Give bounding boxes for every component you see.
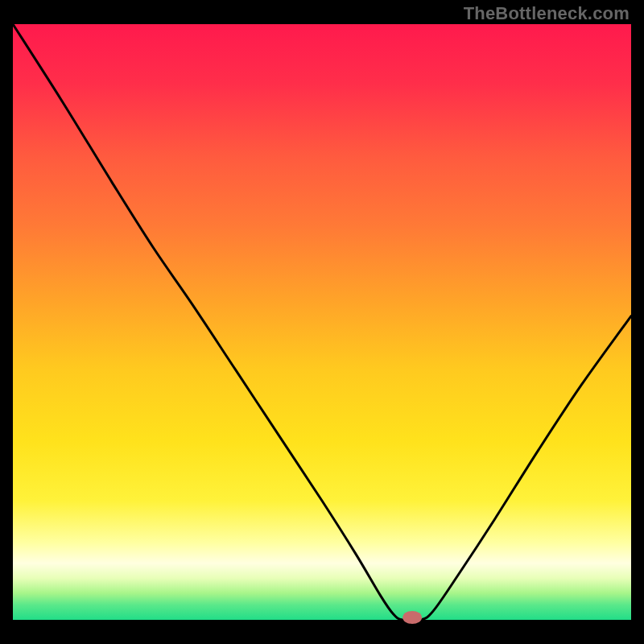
watermark-label: TheBottleneck.com — [464, 3, 630, 24]
optimal-marker — [402, 611, 422, 624]
plot-area — [13, 24, 631, 620]
chart-container: TheBottleneck.com — [0, 0, 644, 644]
bottleneck-chart — [0, 0, 644, 644]
